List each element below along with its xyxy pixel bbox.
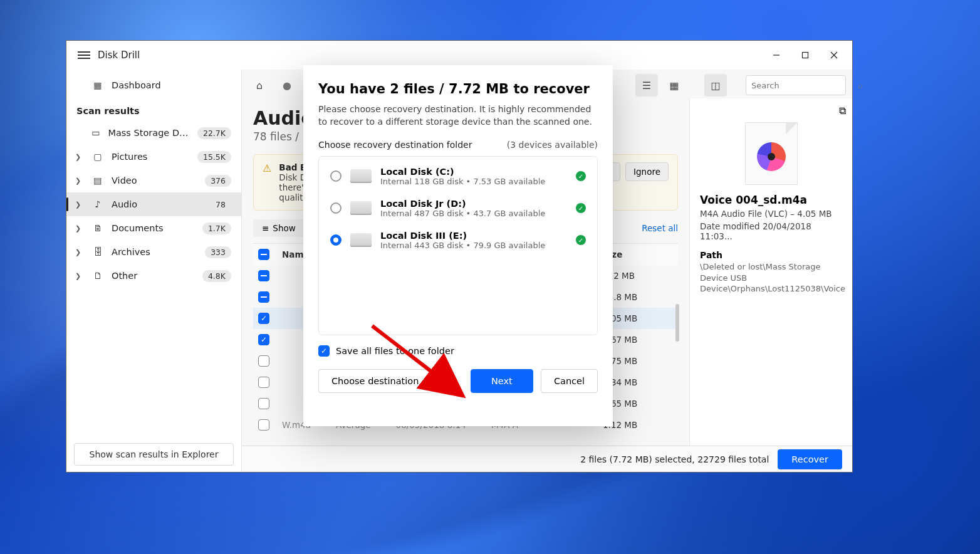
row-checkbox[interactable] bbox=[258, 377, 269, 388]
count-badge: 376 bbox=[205, 175, 231, 187]
dialog-title: You have 2 files / 7.72 MB to recover bbox=[318, 81, 598, 97]
sidebar-item-label: Pictures bbox=[112, 152, 147, 162]
popout-icon[interactable]: ⧉ bbox=[839, 105, 846, 117]
ok-icon: ✓ bbox=[576, 203, 586, 213]
recover-button[interactable]: Recover bbox=[778, 449, 842, 469]
ignore-button[interactable]: Ignore bbox=[625, 162, 669, 181]
row-checkbox[interactable]: ✓ bbox=[258, 313, 269, 324]
sidebar-item-archives[interactable]: ❯ 🗄 Archives 333 bbox=[66, 240, 241, 264]
device-option[interactable]: Local Disk (C:)Internal 118 GB disk • 7.… bbox=[319, 160, 597, 192]
row-checkbox[interactable] bbox=[258, 270, 269, 281]
row-checkbox[interactable] bbox=[258, 419, 269, 431]
selection-summary: 2 files (7.72 MB) selected, 22729 files … bbox=[580, 454, 769, 464]
dashboard-icon: ▦ bbox=[91, 80, 104, 90]
preview-type: M4A Audio File (VLC) – 4.05 MB bbox=[700, 209, 842, 219]
chevron-right-icon: ❯ bbox=[75, 201, 81, 209]
device-list: Local Disk (C:)Internal 118 GB disk • 7.… bbox=[318, 156, 598, 335]
chevron-right-icon: ❯ bbox=[75, 177, 81, 185]
warning-icon: ⚠ bbox=[263, 162, 271, 174]
search-field[interactable]: ⌕ bbox=[746, 75, 846, 95]
sidebar-item-video[interactable]: ❯ ▤ Video 376 bbox=[66, 169, 241, 192]
audio-icon: ♪ bbox=[91, 199, 104, 209]
search-input[interactable] bbox=[751, 81, 858, 90]
sidebar-item-other[interactable]: ❯ 🗋 Other 4.8K bbox=[66, 264, 241, 288]
ok-icon: ✓ bbox=[576, 171, 586, 181]
count-badge: 78 bbox=[210, 199, 231, 211]
sidebar-item-device[interactable]: ▭ Mass Storage Device U... 22.7K bbox=[66, 121, 241, 145]
cancel-button[interactable]: Cancel bbox=[541, 369, 598, 393]
recovery-destination-dialog: You have 2 files / 7.72 MB to recover Pl… bbox=[303, 65, 613, 426]
show-in-explorer-button[interactable]: Show scan results in Explorer bbox=[74, 443, 234, 466]
radio-button[interactable] bbox=[330, 202, 341, 214]
sidebar-item-pictures[interactable]: ❯ ▢ Pictures 15.5K bbox=[66, 145, 241, 169]
save-all-checkbox[interactable]: ✓ bbox=[318, 345, 330, 357]
device-option[interactable]: Local Disk III (E:)Internal 443 GB disk … bbox=[319, 224, 597, 256]
radio-button[interactable] bbox=[330, 170, 341, 182]
device-name: Local Disk Jr (D:) bbox=[380, 199, 545, 209]
row-size: 7.34 MB bbox=[603, 377, 678, 387]
chevron-right-icon: ❯ bbox=[75, 224, 81, 233]
row-size: 34.8 MB bbox=[603, 292, 678, 302]
row-size: 2.65 MB bbox=[603, 399, 678, 409]
preview-filename: Voice 004_sd.m4a bbox=[700, 194, 842, 206]
close-button[interactable] bbox=[820, 41, 848, 69]
grid-view-icon[interactable]: ▦ bbox=[663, 74, 685, 97]
device-detail: Internal 443 GB disk • 79.9 GB available bbox=[380, 241, 545, 250]
scrollbar-thumb[interactable] bbox=[675, 304, 679, 342]
choose-label: Choose recovery destination folder bbox=[318, 140, 472, 150]
sidebar-heading: Scan results bbox=[66, 97, 241, 121]
devices-count: (3 devices available) bbox=[507, 140, 598, 150]
next-button[interactable]: Next bbox=[471, 369, 533, 393]
ok-icon: ✓ bbox=[576, 235, 586, 245]
row-checkbox[interactable] bbox=[258, 291, 269, 303]
row-checkbox[interactable] bbox=[258, 355, 269, 367]
sidebar-item-label: Documents bbox=[112, 223, 164, 233]
minimize-button[interactable] bbox=[762, 41, 791, 69]
dialog-description: Please choose recovery destination. It i… bbox=[318, 103, 598, 128]
device-option[interactable]: Local Disk Jr (D:)Internal 487 GB disk •… bbox=[319, 192, 597, 224]
list-view-icon[interactable]: ☰ bbox=[635, 74, 658, 97]
file-icon: 🗋 bbox=[91, 271, 104, 281]
col-size[interactable]: Size bbox=[603, 249, 678, 259]
document-icon: 🗎 bbox=[91, 223, 104, 233]
reset-all-link[interactable]: Reset all bbox=[642, 223, 678, 233]
app-title: Disk Drill bbox=[98, 50, 140, 61]
panel-toggle-icon[interactable]: ◫ bbox=[704, 74, 727, 97]
sidebar-item-label: Archives bbox=[112, 247, 150, 257]
drive-icon bbox=[350, 169, 372, 183]
row-size: 602 MB bbox=[603, 271, 678, 281]
archive-icon: 🗄 bbox=[91, 247, 104, 257]
home-icon[interactable]: ⌂ bbox=[248, 74, 271, 97]
select-all-checkbox[interactable] bbox=[258, 249, 269, 260]
sidebar-item-label: Mass Storage Device U... bbox=[108, 128, 190, 138]
status-bar: 2 files (7.72 MB) selected, 22729 files … bbox=[242, 446, 852, 472]
row-size: 1.75 MB bbox=[603, 356, 678, 366]
sidebar-item-label: Other bbox=[112, 271, 137, 281]
row-size: 3.67 MB bbox=[603, 335, 678, 345]
row-checkbox[interactable]: ✓ bbox=[258, 334, 269, 345]
status-ok-icon: ● bbox=[276, 74, 298, 97]
chevron-right-icon: ❯ bbox=[75, 272, 81, 280]
radio-button[interactable] bbox=[330, 234, 341, 246]
device-detail: Internal 487 GB disk • 43.7 GB available bbox=[380, 209, 545, 218]
row-checkbox[interactable] bbox=[258, 398, 269, 409]
sidebar-item-label: Dashboard bbox=[112, 80, 161, 90]
sidebar-dashboard[interactable]: ▦ Dashboard bbox=[66, 73, 241, 97]
count-badge: 15.5K bbox=[197, 151, 231, 163]
count-badge: 22.7K bbox=[197, 127, 231, 139]
count-badge: 1.7K bbox=[202, 222, 231, 234]
preview-date: Date modified 20/04/2018 11:03... bbox=[700, 221, 842, 241]
sidebar-item-label: Audio bbox=[112, 199, 137, 209]
sidebar-item-documents[interactable]: ❯ 🗎 Documents 1.7K bbox=[66, 216, 241, 240]
video-icon: ▤ bbox=[91, 175, 104, 186]
drive-icon bbox=[350, 201, 372, 215]
preview-path: \Deleted or lost\Mass Storage Device USB… bbox=[700, 261, 842, 295]
choose-destination-button[interactable]: Choose destination bbox=[318, 369, 432, 393]
sidebar-item-audio[interactable]: ❯ ♪ Audio 78 bbox=[66, 192, 241, 216]
maximize-button[interactable] bbox=[791, 41, 820, 69]
menu-icon[interactable] bbox=[78, 50, 90, 61]
show-filter-button[interactable]: ≡Show bbox=[253, 219, 305, 237]
chevron-right-icon: ❯ bbox=[75, 153, 81, 161]
path-heading: Path bbox=[700, 250, 842, 260]
count-badge: 4.8K bbox=[202, 270, 231, 282]
